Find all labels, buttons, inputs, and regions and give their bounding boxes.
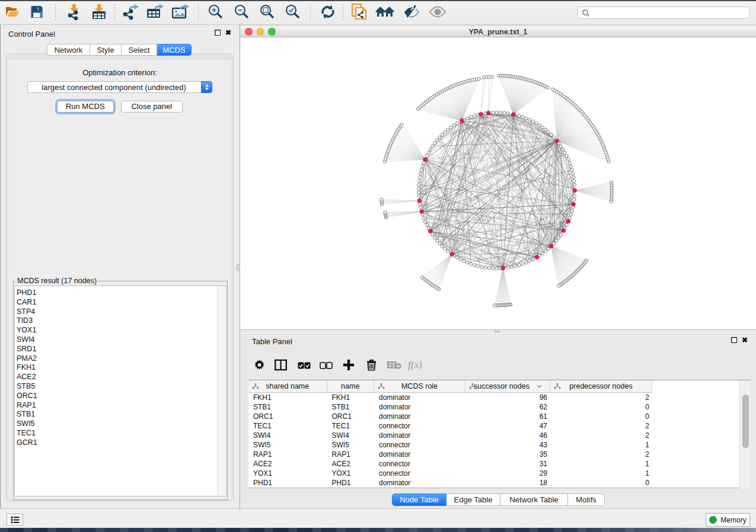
network-node[interactable] <box>429 148 432 151</box>
table-scrollbar[interactable] <box>739 380 751 488</box>
mcds-hub-node[interactable] <box>572 202 576 206</box>
network-node[interactable] <box>431 145 434 148</box>
table-row[interactable]: ACE2ACE2connector311 <box>248 459 751 469</box>
network-node[interactable] <box>572 176 575 179</box>
mcds-result-item[interactable]: YOX1 <box>15 326 226 335</box>
mcds-result-item[interactable]: SWI5 <box>15 419 226 429</box>
network-node[interactable] <box>541 252 544 255</box>
network-node[interactable] <box>569 165 572 168</box>
network-node[interactable] <box>573 180 576 182</box>
network-node[interactable] <box>441 133 444 136</box>
zoom-in-icon[interactable] <box>208 4 223 22</box>
float-panel-icon[interactable] <box>215 30 221 36</box>
network-node[interactable] <box>563 151 566 154</box>
network-node[interactable] <box>449 126 452 129</box>
export-image-icon[interactable] <box>172 4 190 23</box>
criterion-dropdown[interactable]: largest connected component (undirected) <box>27 81 212 93</box>
deselect-all-icon[interactable] <box>320 361 333 371</box>
network-node[interactable] <box>446 249 449 252</box>
network-leaf-node[interactable] <box>557 284 560 287</box>
network-node[interactable] <box>565 223 568 226</box>
column-header-successor-nodes[interactable]: successor nodes <box>465 380 550 392</box>
network-node[interactable] <box>521 116 524 118</box>
mcds-result-item[interactable]: STB5 <box>15 382 226 392</box>
network-node[interactable] <box>444 130 446 133</box>
mcds-result-item[interactable]: CAR1 <box>15 298 226 307</box>
network-node[interactable] <box>569 213 572 216</box>
network-node[interactable] <box>573 194 576 197</box>
mcds-hub-node[interactable] <box>450 252 454 257</box>
network-node[interactable] <box>557 236 560 239</box>
table-row[interactable]: YOX1YOX1connector291 <box>248 469 751 478</box>
search-box[interactable] <box>578 7 750 19</box>
network-node[interactable] <box>570 209 573 212</box>
network-node[interactable] <box>525 117 528 120</box>
network-node[interactable] <box>492 267 495 270</box>
mcds-hub-node[interactable] <box>423 158 428 162</box>
network-node[interactable] <box>417 191 420 194</box>
network-node[interactable] <box>484 266 487 269</box>
memory-button[interactable]: Memory <box>706 513 750 527</box>
mcds-result-item[interactable]: ACE2 <box>15 373 226 382</box>
network-leaf-node[interactable] <box>487 75 490 78</box>
network-node[interactable] <box>419 176 422 179</box>
network-node[interactable] <box>425 223 428 226</box>
mcds-result-item[interactable]: STB1 <box>15 410 226 419</box>
mcds-result-item[interactable]: TID3 <box>15 316 226 326</box>
delete-icon[interactable] <box>366 360 377 373</box>
clone-network-icon[interactable] <box>351 3 369 23</box>
network-node[interactable] <box>514 265 517 268</box>
network-node[interactable] <box>473 114 476 117</box>
mcds-hub-node[interactable] <box>535 255 539 259</box>
network-node[interactable] <box>421 165 424 168</box>
network-leaf-node[interactable] <box>477 77 480 80</box>
network-node[interactable] <box>495 111 498 114</box>
network-node[interactable] <box>518 114 521 117</box>
network-node[interactable] <box>462 259 465 262</box>
network-node[interactable] <box>492 111 495 114</box>
tab-network-table[interactable]: Network Table <box>500 493 568 506</box>
network-node[interactable] <box>568 161 571 164</box>
network-node[interactable] <box>541 126 544 129</box>
network-node[interactable] <box>422 161 425 164</box>
network-node[interactable] <box>562 148 564 151</box>
gear-icon[interactable] <box>254 360 265 373</box>
mcds-result-item[interactable]: RAP1 <box>15 401 226 411</box>
network-node[interactable] <box>572 172 575 175</box>
column-header-predecessor-nodes[interactable]: predecessor nodes <box>550 380 652 392</box>
network-node[interactable] <box>420 168 423 171</box>
zoom-selected-icon[interactable] <box>285 4 300 22</box>
network-node[interactable] <box>444 247 446 250</box>
delete-table-icon[interactable] <box>387 361 401 372</box>
network-node[interactable] <box>417 187 420 190</box>
network-node[interactable] <box>555 239 558 242</box>
mcds-hub-node[interactable] <box>562 229 566 233</box>
table-row[interactable]: ORC1ORC1dominator610 <box>248 412 751 421</box>
network-node[interactable] <box>417 183 420 186</box>
mcds-hub-node[interactable] <box>501 266 505 270</box>
network-node[interactable] <box>427 151 430 154</box>
table-row[interactable]: RAP1RAP1dominator352 <box>248 450 751 459</box>
run-mcds-button[interactable]: Run MCDS <box>57 101 114 113</box>
network-node[interactable] <box>452 124 455 127</box>
mcds-hub-node[interactable] <box>566 219 570 223</box>
network-node[interactable] <box>470 116 473 118</box>
network-node[interactable] <box>573 198 576 201</box>
network-node[interactable] <box>433 142 436 145</box>
mcds-result-item[interactable]: PMA2 <box>15 354 226 364</box>
list-scrollbar[interactable] <box>217 286 225 496</box>
network-node[interactable] <box>506 112 509 115</box>
tab-mcds[interactable]: MCDS <box>157 44 192 56</box>
network-node[interactable] <box>473 264 476 267</box>
network-node[interactable] <box>506 266 509 269</box>
show-hidden-icon[interactable] <box>429 5 446 21</box>
network-node[interactable] <box>466 117 469 120</box>
network-node[interactable] <box>544 249 547 252</box>
zoom-fit-icon[interactable] <box>259 4 275 22</box>
network-node[interactable] <box>521 262 524 265</box>
network-node[interactable] <box>455 256 458 259</box>
export-table-icon[interactable] <box>146 4 164 23</box>
network-node[interactable] <box>547 247 550 250</box>
mcds-hub-node[interactable] <box>420 210 424 214</box>
network-node[interactable] <box>573 183 576 186</box>
